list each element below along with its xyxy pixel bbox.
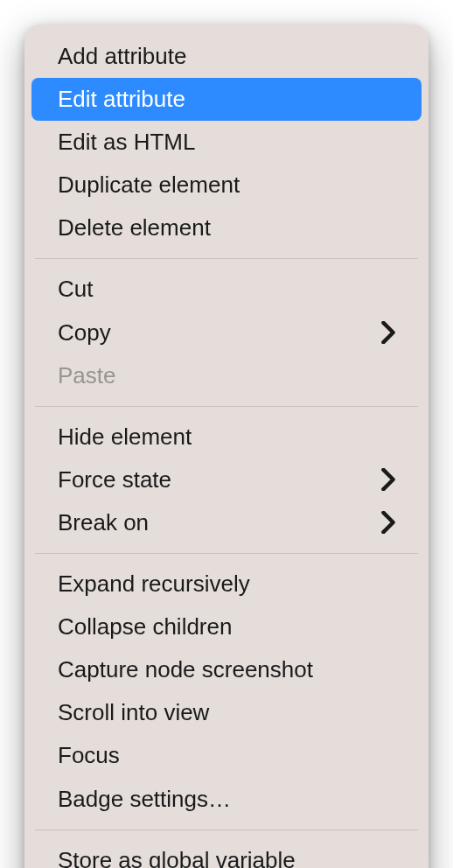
context-menu[interactable]: Add attribute Edit attribute Edit as HTM… <box>24 24 429 868</box>
menu-item-store-as-global-variable[interactable]: Store as global variable <box>31 839 422 868</box>
menu-item-label: Capture node screenshot <box>58 654 313 685</box>
menu-item-delete-element[interactable]: Delete element <box>31 206 422 249</box>
menu-item-label: Duplicate element <box>58 170 240 200</box>
menu-item-label: Force state <box>58 465 171 495</box>
menu-item-edit-attribute[interactable]: Edit attribute <box>31 78 422 121</box>
menu-item-capture-node-screenshot[interactable]: Capture node screenshot <box>31 648 422 691</box>
menu-item-label: Expand recursively <box>58 569 250 599</box>
menu-item-label: Hide element <box>58 422 192 452</box>
menu-item-cut[interactable]: Cut <box>31 268 422 311</box>
menu-item-force-state[interactable]: Force state <box>31 458 422 501</box>
menu-separator <box>35 406 418 407</box>
menu-item-label: Focus <box>58 740 120 771</box>
menu-item-badge-settings[interactable]: Badge settings… <box>31 778 422 821</box>
menu-item-label: Delete element <box>58 213 211 243</box>
menu-item-add-attribute[interactable]: Add attribute <box>31 35 422 78</box>
menu-item-label: Badge settings… <box>58 784 231 815</box>
menu-separator <box>35 258 418 259</box>
menu-item-collapse-children[interactable]: Collapse children <box>31 606 422 648</box>
menu-item-label: Cut <box>58 274 93 304</box>
menu-separator <box>35 830 418 830</box>
menu-item-edit-as-html[interactable]: Edit as HTML <box>31 121 422 164</box>
chevron-right-icon <box>381 321 395 344</box>
chevron-right-icon <box>381 511 395 534</box>
menu-item-label: Paste <box>58 360 116 391</box>
chevron-right-icon <box>381 468 395 491</box>
menu-item-hide-element[interactable]: Hide element <box>31 416 422 458</box>
menu-item-label: Store as global variable <box>58 845 296 868</box>
menu-item-label: Copy <box>58 318 111 348</box>
menu-item-break-on[interactable]: Break on <box>31 501 422 544</box>
menu-separator <box>35 553 418 554</box>
menu-item-label: Edit attribute <box>58 84 185 115</box>
menu-item-label: Add attribute <box>58 41 186 72</box>
menu-item-label: Collapse children <box>58 612 232 642</box>
menu-item-label: Edit as HTML <box>58 127 196 158</box>
menu-item-paste: Paste <box>31 354 422 397</box>
menu-item-label: Break on <box>58 508 149 538</box>
menu-item-focus[interactable]: Focus <box>31 734 422 777</box>
menu-item-copy[interactable]: Copy <box>31 312 422 354</box>
menu-item-label: Scroll into view <box>58 697 209 728</box>
menu-item-expand-recursively[interactable]: Expand recursively <box>31 563 422 606</box>
menu-item-scroll-into-view[interactable]: Scroll into view <box>31 691 422 734</box>
menu-item-duplicate-element[interactable]: Duplicate element <box>31 164 422 206</box>
